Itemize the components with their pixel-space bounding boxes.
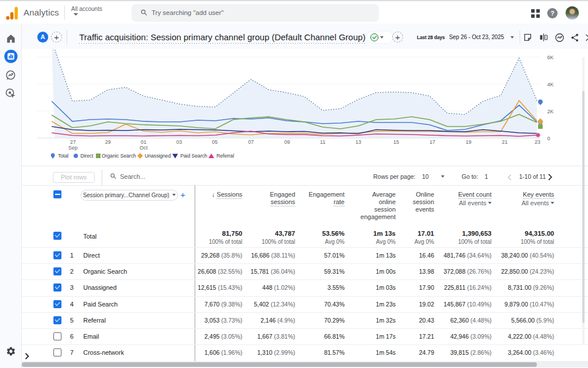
svg-text:07: 07	[248, 139, 254, 145]
svg-text:09: 09	[284, 139, 290, 145]
svg-text:23: 23	[535, 139, 540, 145]
svg-text:Organic Search: Organic Search	[102, 153, 136, 159]
svg-text:13: 13	[355, 139, 361, 145]
svg-text:Sep: Sep	[68, 145, 78, 151]
svg-text:11: 11	[320, 139, 325, 145]
svg-text:Paid Search: Paid Search	[180, 153, 207, 159]
svg-text:Oct: Oct	[140, 145, 148, 151]
svg-text:4K: 4K	[547, 82, 554, 87]
svg-text:19: 19	[466, 139, 471, 145]
svg-text:21: 21	[502, 139, 508, 145]
svg-text:2K: 2K	[547, 109, 554, 114]
svg-text:6K: 6K	[547, 55, 554, 60]
svg-text:15: 15	[393, 139, 399, 145]
svg-text:01: 01	[141, 139, 146, 145]
svg-text:Unassigned: Unassigned	[145, 153, 171, 159]
svg-text:0: 0	[547, 136, 550, 141]
svg-text:29: 29	[105, 139, 111, 145]
svg-text:03: 03	[176, 139, 182, 145]
svg-text:27: 27	[70, 139, 76, 145]
svg-text:Total: Total	[58, 153, 68, 159]
svg-text:05: 05	[212, 139, 218, 145]
svg-text:17: 17	[430, 139, 435, 145]
svg-text:Referral: Referral	[216, 153, 234, 159]
svg-text:Direct: Direct	[80, 153, 94, 159]
